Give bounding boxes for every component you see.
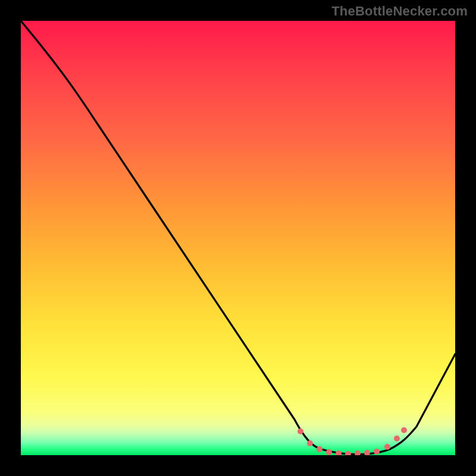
svg-point-9	[384, 444, 390, 450]
svg-point-3	[326, 449, 332, 455]
watermark-text: TheBottleNecker.com	[331, 4, 468, 19]
svg-point-2	[317, 446, 322, 452]
svg-point-1	[307, 440, 313, 446]
svg-point-8	[374, 449, 380, 455]
curve-svg	[21, 21, 455, 455]
chart-frame: TheBottleNecker.com	[0, 0, 476, 476]
trough-markers	[298, 427, 407, 455]
svg-point-11	[401, 427, 407, 433]
svg-point-10	[394, 436, 400, 441]
svg-point-0	[298, 428, 303, 434]
svg-point-7	[364, 450, 370, 455]
plot-area	[21, 21, 455, 455]
bottleneck-curve	[21, 21, 455, 455]
svg-point-6	[355, 450, 361, 455]
svg-point-5	[345, 451, 351, 455]
svg-point-4	[336, 450, 342, 455]
